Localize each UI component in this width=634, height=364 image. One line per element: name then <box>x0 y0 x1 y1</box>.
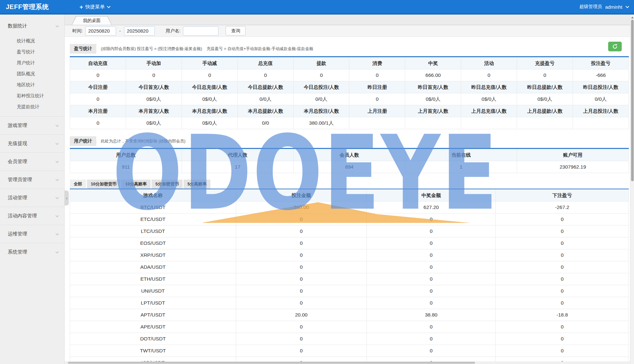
tab-label: 我的桌面 <box>72 16 112 25</box>
game-row: BTC/USDT360.00627.20-267.2 <box>70 202 629 213</box>
sidebar-item[interactable]: 彩种投注统计 <box>0 90 64 101</box>
user-menu[interactable]: 超级管理员 adminht <box>579 4 628 10</box>
chevron-down-icon <box>56 123 59 127</box>
app-title: JEFF管理系统 <box>6 3 49 11</box>
stat-value-cell: 0$/0人 <box>126 117 182 129</box>
game-filter-tab[interactable]: 10分加密货币 <box>87 180 120 189</box>
horizontal-scrollbar[interactable] <box>65 361 630 364</box>
vertical-scrollbar[interactable] <box>630 15 634 364</box>
sidebar-item[interactable]: 统计概况 <box>0 36 64 47</box>
date-separator: - <box>119 28 121 34</box>
game-row: UNI/USDT000 <box>70 285 629 297</box>
refresh-button[interactable] <box>608 42 622 51</box>
stat-header-cell: 本月总投注/人数 <box>293 105 349 117</box>
sidebar-item[interactable]: 充提款统计 <box>0 101 64 112</box>
game-row: LPT/USDT000 <box>70 297 629 309</box>
game-cell: UNI/USDT <box>70 285 236 297</box>
sidebar-section[interactable]: 会员管理 <box>0 152 64 171</box>
stat-header-cell: 本月总充值/人数 <box>182 105 238 117</box>
quick-menu-button[interactable]: + 快捷菜单 <box>79 4 110 10</box>
tab-my-desktop[interactable]: 我的桌面 <box>72 16 112 25</box>
user-stat-header-cell: 当前在线 <box>405 149 517 161</box>
sidebar-submenu: 统计概况盈亏统计用户统计团队概况地区统计彩种投注统计充提款统计 <box>0 35 64 116</box>
stat-value-cell: 0$/0人 <box>182 93 238 105</box>
sidebar-section[interactable]: 系统管理 <box>0 243 64 261</box>
stat-value-cell: 0 <box>517 69 573 81</box>
game-cell: ETH/USDT <box>70 273 236 285</box>
game-table: 游戏名称投注金额中奖金额下注盈亏BTC/USDT360.00627.20-267… <box>70 189 629 364</box>
stat-value-cell: 0 <box>293 69 349 81</box>
chevron-down-icon <box>56 178 59 181</box>
game-cell: 0 <box>367 237 496 249</box>
game-row: ETH/USDT000 <box>70 273 629 285</box>
game-cell: 0 <box>236 297 367 309</box>
game-cell: 0 <box>236 261 367 273</box>
stat-header-cell: 昨日首充/人数 <box>405 81 461 93</box>
horizontal-scrollbar-thumb[interactable] <box>68 362 475 364</box>
query-button[interactable]: 查询 <box>226 26 246 36</box>
scroll-up-arrow-icon[interactable] <box>631 16 634 18</box>
sidebar-item[interactable]: 地区统计 <box>0 79 64 90</box>
stat-header-cell: 上月注册 <box>349 105 405 117</box>
stat-value-cell: 0 <box>70 117 126 129</box>
game-cell: 0 <box>236 225 367 237</box>
sidebar-section-label: 会员管理 <box>8 159 27 165</box>
game-row: ADA/USDT000 <box>70 261 629 273</box>
user-stat-value-cell: 911 <box>70 161 182 173</box>
game-cell: 0 <box>496 249 629 261</box>
sidebar-collapse-handle[interactable]: ‹ <box>65 191 69 205</box>
stat-header-cell: 今日注册 <box>70 81 126 93</box>
sidebar-section[interactable]: 活动内容管理 <box>0 207 64 225</box>
game-column-header: 下注盈亏 <box>496 190 629 202</box>
date-from-input[interactable] <box>85 26 116 36</box>
game-cell: BTC/USDT <box>70 202 236 213</box>
sidebar-item[interactable]: 团队概况 <box>0 68 64 79</box>
stat-value-cell: 0$/0人 <box>182 117 238 129</box>
sidebar-section-label: 数据统计 <box>8 23 27 29</box>
user-section-title: 用户统计 <box>70 136 96 146</box>
sidebar-section[interactable]: 管理员管理 <box>0 171 64 189</box>
stat-header-cell: 上月首充/人数 <box>405 105 461 117</box>
game-cell: 0 <box>236 249 367 261</box>
game-cell: ETC/USDT <box>70 213 236 225</box>
username-input[interactable] <box>183 26 218 36</box>
main-panel: 我的桌面 时间: - 用户名: 查询 盈亏统计 (排除内部会员数据) 投注盈亏 … <box>65 15 634 364</box>
game-filter-tab[interactable]: 全部 <box>70 180 86 189</box>
stat-header-cell: 本月首充/人数 <box>126 105 182 117</box>
stat-header-cell: 上月总充值/人数 <box>461 105 517 117</box>
vertical-scrollbar-thumb[interactable] <box>631 20 634 181</box>
sidebar-section[interactable]: 活动管理 <box>0 189 64 207</box>
game-filter-tab[interactable]: 10分高赔率 <box>121 180 150 189</box>
user-stat-header-cell: 会员人数 <box>293 149 405 161</box>
sidebar-section[interactable]: 运维管理 <box>0 225 64 243</box>
stat-value-cell: 0/0 <box>238 117 293 129</box>
game-row: LTC/USDT000 <box>70 225 629 237</box>
stat-value-cell: 0 <box>349 69 405 81</box>
game-cell: 0 <box>367 333 496 345</box>
profit-table: 自动充值手动加手动减总充值提款消费中奖活动充提盈亏投注盈亏000000666.0… <box>70 57 629 129</box>
stat-header-cell: 充提盈亏 <box>517 57 573 69</box>
sidebar-section[interactable]: 游戏管理 <box>0 116 64 134</box>
game-filter-tab[interactable]: 5分加密货币 <box>152 180 183 189</box>
sidebar-section[interactable]: 充值提现 <box>0 134 64 152</box>
game-cell: 0 <box>496 321 629 333</box>
game-filter-tab[interactable]: 5分高赔率 <box>184 180 210 189</box>
sidebar-item[interactable]: 用户统计 <box>0 57 64 68</box>
date-to-input[interactable] <box>124 26 155 36</box>
username-label: 用户名: <box>166 28 181 34</box>
sidebar-item[interactable]: 盈亏统计 <box>0 47 64 57</box>
stat-value-cell <box>573 117 629 129</box>
game-cell: LTC/USDT <box>70 225 236 237</box>
stat-header-row: 自动充值手动加手动减总充值提款消费中奖活动充提盈亏投注盈亏 <box>70 57 629 69</box>
game-row: TWT/USDT000 <box>70 345 629 357</box>
game-cell: 360.00 <box>236 202 367 213</box>
stat-value-row: 00$/0人0$/0人0/0人0/0人00$/0人0$/0人0$/0人0/0人 <box>70 93 629 105</box>
quick-menu-label: 快捷菜单 <box>85 4 105 10</box>
game-cell: ADA/USDT <box>70 261 236 273</box>
sidebar-section[interactable]: 数据统计 <box>0 17 64 35</box>
stat-header-cell: 昨日总提款/人数 <box>517 81 573 93</box>
sidebar-section-label: 充值提现 <box>8 140 27 147</box>
game-cell: 0 <box>367 285 496 297</box>
game-cell: 0 <box>367 297 496 309</box>
game-cell: EOS/USDT <box>70 237 236 249</box>
